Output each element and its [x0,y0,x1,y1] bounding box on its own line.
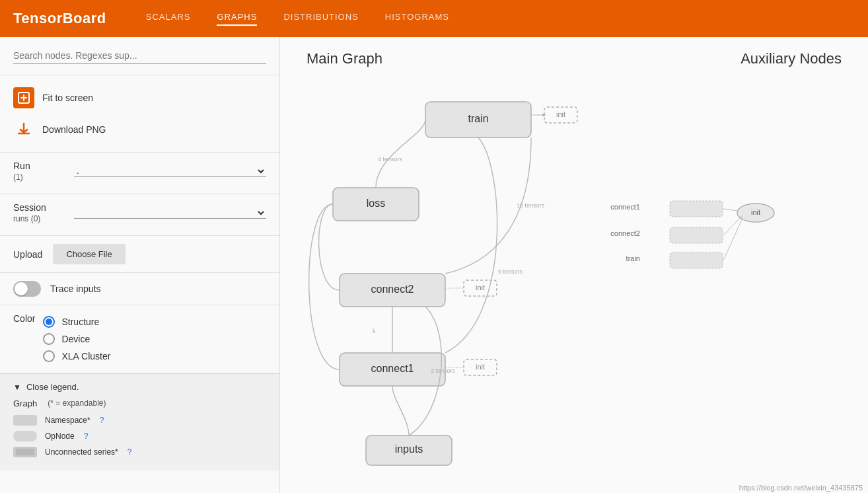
node-connect1-label: connect1 [371,363,414,374]
status-url: https://blog.csdn.net/weixin_43435875 [739,484,863,492]
run-row: Run (1) . [13,161,266,182]
legend-namespace-link[interactable]: ? [100,416,104,425]
color-device-radio[interactable] [43,333,55,345]
session-row: Session runs (0) [13,202,266,223]
node-connect1[interactable]: connect1 [340,353,445,386]
legend-expandable-note: (* = expandable) [48,398,106,408]
aux-train-text: train [626,254,640,262]
legend-toggle[interactable]: ▼ Close legend. [13,382,266,392]
trace-inputs-section: Trace inputs [0,273,279,305]
legend-namespace-label: Namespace* [45,416,90,425]
svg-rect-15 [670,252,723,268]
run-section: Run (1) . [0,153,279,194]
node-connect2-label: connect2 [371,284,414,295]
legend-graph-label: Graph [13,398,37,408]
node-init-connect1-label: init [476,363,485,371]
color-structure-label: Structure [61,317,99,327]
legend-section: ▼ Close legend. Graph (* = expandable) N… [0,373,279,471]
legend-namespace-shape [13,415,37,426]
svg-line-19 [723,218,742,260]
node-inputs-label: inputs [395,443,423,455]
brand-logo: TensorBoard [13,10,106,27]
run-select[interactable]: . [74,165,266,177]
aux-init-label: init [751,208,760,216]
node-loss[interactable]: loss [333,188,419,221]
search-section [0,37,279,75]
aux-train[interactable] [670,252,723,268]
trace-inputs-label: Trace inputs [50,284,101,294]
legend-opnode-label: OpNode [45,432,75,441]
legend-series-shape [13,447,37,457]
color-structure-radio[interactable] [43,316,55,328]
session-select[interactable] [74,207,266,219]
upload-label: Upload [13,249,42,260]
download-icon [13,119,34,140]
legend-opnode-row: OpNode ? [13,431,266,441]
nav-histograms[interactable]: HISTOGRAMS [385,12,449,26]
node-inputs[interactable]: inputs [366,436,452,465]
edge-label-2tensors: 2 tensors [431,367,456,374]
choose-file-button[interactable]: Choose File [53,244,125,264]
aux-connect2-text: connect2 [610,229,640,237]
aux-init[interactable]: init [737,204,774,222]
download-png-row[interactable]: Download PNG [13,115,266,144]
nav-graphs[interactable]: GRAPHS [217,12,257,26]
legend-series-row: Unconnected series* ? [13,447,266,457]
edge-label-4tensors: 4 tensors [378,156,403,163]
svg-rect-14 [670,227,723,243]
color-options: Structure Device XLA Cluster [43,313,110,365]
edge-label-10tensors: 10 tensors [517,202,545,209]
auxiliary-nodes-title: Auxiliary Nodes [741,50,842,67]
legend-series-label: Unconnected series* [45,447,118,457]
aux-connect1[interactable] [670,201,723,217]
color-device-row[interactable]: Device [43,330,110,348]
graph-header: Main Graph Auxiliary Nodes [280,37,868,67]
status-bar: https://blog.csdn.net/weixin_43435875 [734,482,868,493]
search-input[interactable] [13,48,266,64]
edge-label-k: k [373,328,376,334]
upload-section: Upload Choose File [0,236,279,273]
session-label: Session runs (0) [13,202,66,223]
color-xla-row[interactable]: XLA Cluster [43,348,110,365]
svg-rect-13 [670,201,723,217]
run-label: Run (1) [13,161,66,182]
legend-opnode-shape [13,431,37,441]
color-xla-label: XLA Cluster [61,351,110,361]
node-init-train[interactable]: init [532,107,577,123]
graph-canvas[interactable]: train init loss conne [280,67,868,493]
fit-to-screen-icon [13,87,34,108]
color-device-label: Device [61,334,90,344]
controls-section: Fit to screen Download PNG [0,75,279,153]
nav-scalars[interactable]: SCALARS [146,12,191,26]
node-init-connect2-label: init [476,284,485,291]
aux-connect2[interactable] [670,227,723,243]
graph-svg: train init loss conne [280,67,868,493]
fit-to-screen-row[interactable]: Fit to screen [13,83,266,112]
nav-distributions[interactable]: DISTRIBUTIONS [283,12,358,26]
legend-series-link[interactable]: ? [127,447,132,457]
download-png-label: Download PNG [42,124,106,135]
node-loss-label: loss [367,198,385,209]
color-xla-radio[interactable] [43,350,55,362]
node-init-train-label: init [556,110,565,118]
node-connect2[interactable]: connect2 [340,274,445,307]
nav-links: SCALARS GRAPHS DISTRIBUTIONS HISTOGRAMS [146,12,449,26]
sidebar: Fit to screen Download PNG Run (1) [0,37,280,493]
main-graph-title: Main Graph [307,50,382,67]
node-train[interactable]: train [425,102,531,137]
main-layout: Fit to screen Download PNG Run (1) [0,37,868,493]
color-label: Color [13,313,35,324]
svg-line-17 [723,209,737,211]
trace-inputs-toggle[interactable] [13,281,41,297]
legend-opnode-link[interactable]: ? [84,432,89,441]
session-section: Session runs (0) [0,194,279,236]
legend-close-label: Close legend. [26,382,79,392]
legend-namespace-row: Namespace* ? [13,415,266,426]
aux-connect1-text: connect1 [610,203,640,211]
fit-to-screen-label: Fit to screen [42,93,93,103]
color-structure-row[interactable]: Structure [43,313,110,330]
edge-label-9tensors: 9 tensors [498,268,523,275]
svg-line-18 [723,215,742,235]
color-section: Color Structure Device XLA Cluster [0,305,279,373]
node-train-label: train [468,113,488,124]
